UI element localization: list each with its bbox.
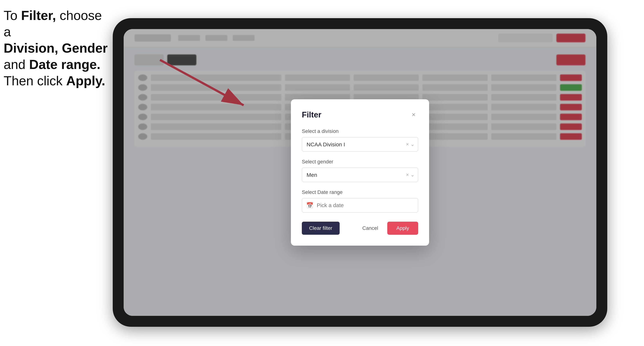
- instruction-line1: To Filter, choose a: [4, 8, 102, 39]
- gender-select-icons: × ⌄: [406, 172, 414, 177]
- division-label: Select a division: [302, 128, 418, 134]
- instruction-block: To Filter, choose a Division, Gender and…: [4, 7, 109, 89]
- filter-modal: Filter × Select a division NCAA Division…: [291, 99, 429, 246]
- cancel-button[interactable]: Cancel: [357, 222, 384, 235]
- gender-clear-icon[interactable]: ×: [406, 172, 409, 177]
- date-label: Select Date range: [302, 189, 418, 195]
- modal-title: Filter: [302, 110, 322, 119]
- modal-overlay: Filter × Select a division NCAA Division…: [124, 29, 596, 316]
- division-select[interactable]: NCAA Division I: [302, 137, 418, 152]
- division-select-icons: × ⌄: [406, 142, 414, 147]
- instruction-bold3: Date range.: [29, 57, 100, 72]
- instruction-bold1: Filter,: [21, 8, 56, 23]
- footer-right-buttons: Cancel Apply: [357, 222, 418, 235]
- division-select-wrapper[interactable]: NCAA Division I × ⌄: [302, 137, 418, 152]
- gender-label: Select gender: [302, 159, 418, 165]
- gender-select-wrapper[interactable]: Men × ⌄: [302, 168, 418, 182]
- calendar-icon: 📅: [306, 202, 314, 209]
- tablet-frame: Filter × Select a division NCAA Division…: [113, 18, 607, 327]
- division-clear-icon[interactable]: ×: [406, 142, 409, 147]
- gender-chevron-icon[interactable]: ⌄: [410, 172, 414, 177]
- date-form-group: Select Date range 📅: [302, 189, 418, 213]
- division-form-group: Select a division NCAA Division I × ⌄: [302, 128, 418, 152]
- date-input-wrapper[interactable]: 📅: [302, 198, 418, 213]
- gender-select[interactable]: Men: [302, 168, 418, 182]
- modal-header: Filter ×: [302, 110, 418, 119]
- instruction-bold2: Division, Gender: [4, 41, 108, 55]
- instruction-line3: and Date range.: [4, 57, 100, 72]
- division-chevron-icon[interactable]: ⌄: [410, 142, 414, 147]
- clear-filter-button[interactable]: Clear filter: [302, 222, 340, 235]
- gender-form-group: Select gender Men × ⌄: [302, 159, 418, 182]
- apply-button[interactable]: Apply: [387, 222, 418, 235]
- instruction-line4: Then click Apply.: [4, 74, 105, 88]
- instruction-bold4: Apply.: [66, 74, 105, 88]
- date-input[interactable]: [302, 198, 418, 213]
- tablet-screen: Filter × Select a division NCAA Division…: [124, 29, 596, 316]
- modal-close-button[interactable]: ×: [409, 110, 418, 119]
- modal-footer: Clear filter Cancel Apply: [302, 222, 418, 235]
